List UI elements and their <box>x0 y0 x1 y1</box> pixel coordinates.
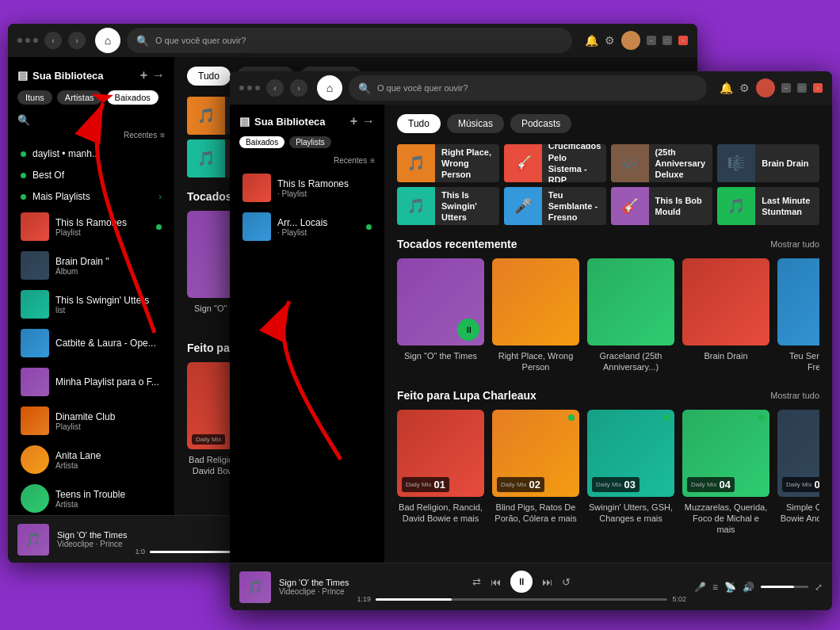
sidebar-item-minha[interactable]: Minha Playlist para o F... <box>11 363 171 401</box>
front-queue-button[interactable]: ≡ <box>712 582 718 593</box>
front-fullscreen-button[interactable]: ⤢ <box>815 582 823 593</box>
forward-button[interactable]: › <box>68 32 86 49</box>
front-quick-3[interactable]: 🎶 Graceland (25th Anniversary Deluxe Edi… <box>611 144 713 182</box>
front-show-all[interactable]: Mostrar tudo <box>770 239 819 249</box>
front-sidebar-item-arr[interactable]: Arr... Locais · Playlist <box>233 208 381 246</box>
front-home-button[interactable]: ⌂ <box>317 75 342 101</box>
filter-ituns[interactable]: Ituns <box>17 90 52 105</box>
front-quick-1[interactable]: 🎵 Right Place, Wrong Person <box>397 144 499 182</box>
front-daily-4[interactable]: Daily Mix 04 Muzzarelas, Querida, Foco d… <box>682 410 769 536</box>
front-volume-slider[interactable] <box>761 586 808 588</box>
sort-label: Recentes <box>124 131 157 139</box>
front-progress-track[interactable] <box>376 598 667 601</box>
sidebar-item-info: daylist • manh... <box>32 148 162 159</box>
sidebar-item-bestof[interactable]: Best Of <box>11 165 171 185</box>
front-forward-button[interactable]: › <box>290 79 307 97</box>
front-list-sort[interactable]: Recentes ≡ <box>230 155 384 168</box>
front-next-button[interactable]: ⏭ <box>542 576 552 588</box>
add-library-button[interactable]: + <box>140 68 147 82</box>
front-sidebar-item-ramones[interactable]: This Is Ramones · Playlist <box>233 169 381 207</box>
front-maximize-button[interactable]: □ <box>797 83 807 93</box>
expand-library-button[interactable]: → <box>152 68 165 82</box>
active-dot <box>21 194 26 200</box>
list-sort[interactable]: Recentes ≡ <box>8 129 174 143</box>
sidebar-search[interactable]: 🔍 <box>8 111 174 129</box>
front-quick-6[interactable]: 🎤 Teu Semblante - Fresno <box>504 187 606 225</box>
front-daily-5[interactable]: Daily Mix 05 Simple Creatures, Bowie And… <box>777 410 819 536</box>
sidebar-item-swingin[interactable]: This Is Swingin' Utters list <box>11 285 171 323</box>
front-recently-5[interactable]: Teu Semblante - Fresno <box>777 258 819 373</box>
sidebar-item-sub: list <box>55 306 162 315</box>
front-recently-2[interactable]: Right Place, Wrong Person <box>492 258 579 373</box>
front-shuffle-button[interactable]: ⇄ <box>472 576 481 588</box>
front-avatar[interactable] <box>756 78 775 97</box>
sidebar-item-ramones[interactable]: This Is Ramones Playlist <box>11 208 171 246</box>
settings-icon[interactable]: ⚙ <box>605 34 615 47</box>
filter-baixados[interactable]: Baixados <box>107 90 158 105</box>
library-icon: ▤ <box>17 69 28 82</box>
front-close-button[interactable]: × <box>813 83 823 93</box>
front-back-button[interactable]: ‹ <box>266 79 284 97</box>
back-button[interactable]: ‹ <box>44 32 62 49</box>
front-card-thumb-4 <box>682 258 769 346</box>
front-search-bar[interactable]: 🔍 O que você quer ouvir? <box>349 75 707 101</box>
front-tab-podcasts[interactable]: Podcasts <box>510 114 571 133</box>
tab-tudo[interactable]: Tudo <box>187 67 231 86</box>
front-filter-baixados[interactable]: Baixados <box>239 136 284 148</box>
front-recently-4[interactable]: Brain Drain <box>682 258 769 373</box>
front-device-button[interactable]: 📡 <box>724 582 736 593</box>
sidebar-search-icon: 🔍 <box>17 114 30 126</box>
front-minimize-button[interactable]: − <box>781 83 791 93</box>
front-daily-mix-label-3: Daily Mix <box>596 481 621 488</box>
front-card-thumb-3 <box>587 258 674 346</box>
sidebar-item-daylist[interactable]: daylist • manh... <box>11 143 171 164</box>
front-tab-musicas[interactable]: Músicas <box>447 114 504 133</box>
front-notification-icon[interactable]: 🔔 <box>720 82 733 94</box>
back-sidebar: ▤ Sua Biblioteca + → Ituns Artistas Baix… <box>8 57 174 515</box>
notification-icon[interactable]: 🔔 <box>585 34 598 47</box>
close-button[interactable]: × <box>678 36 688 45</box>
front-add-library[interactable]: + <box>350 114 357 128</box>
search-bar[interactable]: 🔍 O que você quer ouvir? <box>127 28 572 53</box>
front-library-header: ▤ Sua Biblioteca + → <box>230 109 384 133</box>
sidebar-item-dinamite[interactable]: Dinamite Club Playlist <box>11 402 171 440</box>
front-recently-row: ⏸ Sign "O" the Times Right Place, Wrong … <box>397 258 819 373</box>
front-repeat-button[interactable]: ↺ <box>562 576 571 588</box>
sidebar-item-catbite[interactable]: Catbite & Laura - Ope... <box>11 324 171 362</box>
front-daily-card-label-1: Bad Religion, Rancid, David Bowie e mais <box>397 502 484 525</box>
avatar[interactable] <box>621 31 640 50</box>
front-quick-4[interactable]: 🎼 Brain Drain <box>717 144 819 182</box>
sidebar-item-name: Dinamite Club <box>55 411 162 422</box>
front-play-pause-button[interactable]: ⏸ <box>510 571 533 593</box>
front-lyrics-button[interactable]: 🎤 <box>694 582 706 593</box>
front-settings-icon[interactable]: ⚙ <box>739 82 750 94</box>
front-daily-3[interactable]: Daily Mix 03 Swingin' Utters, GSH, Chang… <box>587 410 674 536</box>
sidebar-item-mais[interactable]: Mais Playlists › <box>11 186 171 207</box>
sidebar-item-name: This Is Swingin' Utters <box>55 295 162 306</box>
front-quick-7[interactable]: 🎸 This Is Bob Mould <box>611 187 713 225</box>
front-filter-playlists[interactable]: Playlists <box>289 136 331 148</box>
front-daily-1[interactable]: Daily Mix 01 Bad Religion, Rancid, David… <box>397 410 484 536</box>
front-window: ‹ › ⌂ 🔍 O que você quer ouvir? 🔔 ⚙ − □ ×… <box>230 71 832 610</box>
filter-artistas[interactable]: Artistas <box>57 90 102 105</box>
front-quick-2[interactable]: 🎸 Crucificados Pelo Sistema - RDP <box>504 144 606 182</box>
front-quick-5[interactable]: 🎵 This Is Swingin' Utters <box>397 187 499 225</box>
sidebar-item-info: Catbite & Laura - Ope... <box>55 338 162 349</box>
front-recently-1[interactable]: ⏸ Sign "O" the Times <box>397 258 484 373</box>
front-daily-2[interactable]: Daily Mix 02 Blind Pigs, Ratos De Porão,… <box>492 410 579 536</box>
front-play-1[interactable]: ⏸ <box>457 319 479 341</box>
home-button[interactable]: ⌂ <box>95 28 120 53</box>
front-prev-button[interactable]: ⏮ <box>491 576 501 588</box>
sidebar-item-anita[interactable]: Anita Lane Artista <box>11 441 171 479</box>
front-expand-library[interactable]: → <box>362 114 375 128</box>
sidebar-item-brain-drain[interactable]: Brain Drain " Álbum <box>11 246 171 284</box>
front-tab-tudo[interactable]: Tudo <box>397 114 441 133</box>
front-daily-show-all[interactable]: Mostrar tudo <box>770 391 819 400</box>
sidebar-item-teens[interactable]: Teens in Trouble Artista <box>11 479 171 515</box>
front-recently-3[interactable]: Graceland (25th Anniversary...) <box>587 258 674 373</box>
front-quick-8[interactable]: 🎵 Last Minute Stuntman <box>717 187 819 225</box>
maximize-button[interactable]: □ <box>662 36 672 45</box>
front-player-right: 🎤 ≡ 📡 🔊 ⤢ <box>694 582 823 593</box>
front-card-label-4: Brain Drain <box>682 350 769 361</box>
minimize-button[interactable]: − <box>647 36 656 45</box>
